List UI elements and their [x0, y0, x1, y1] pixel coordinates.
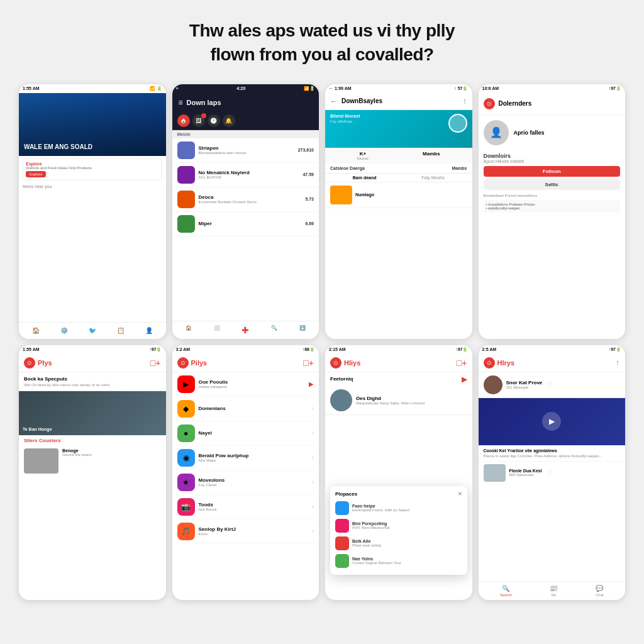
app-icon-5: ⊙ — [24, 357, 35, 369]
app-item-6-6[interactable]: 📸 Toods Sen Boock › — [172, 495, 319, 519]
news-title-8-1: Cooski Kel Yrariioe vile agnnialews — [484, 448, 621, 453]
item-title-4: Miper — [199, 221, 302, 226]
nav-square-2[interactable]: ⬜ — [214, 325, 220, 335]
list-item-3[interactable]: Deoca Ecoramate Bonlake Onused Sarns 5.7… — [172, 187, 319, 212]
section-label: Meicle — [172, 130, 319, 138]
downloirs-desc: Apcol Hlindie Inlelelit — [484, 159, 621, 164]
play-btn-8[interactable]: ▶ — [542, 412, 561, 431]
app-header-7: ⊙ Hliys □+ — [325, 354, 472, 372]
profile-sub: Fay affellings — [330, 119, 445, 123]
tab-home[interactable]: 🏠 — [177, 114, 190, 127]
tab-image[interactable]: 🖼 — [192, 114, 205, 127]
phone-5: 1:55 AM ↑97🔋 ⊙ Plys □+ Bock ka Specputs … — [19, 345, 166, 600]
explore-btn[interactable]: Explore — [26, 171, 46, 177]
app-icon-6: ⊙ — [177, 357, 189, 369]
app-item-6-7[interactable]: 🎵 Senlop By KirtJ Emre › — [172, 519, 319, 544]
phone3-header: ← DownBsayles ⋮ — [325, 93, 472, 110]
phone3-title: DownBsayles — [341, 97, 458, 104]
app-item-6-1[interactable]: ▶ Ooe Pooulis Oxfste Inlcepend ▶ — [172, 372, 319, 397]
settings-button[interactable]: Seltic — [484, 179, 621, 190]
popup-item-2[interactable]: Bini Porepceling PoFl Xlest Inlestcomal — [335, 517, 462, 535]
popup-item-4[interactable]: Nae Yolns Corlact Sogner Befreum Your — [335, 552, 462, 570]
popup-close-icon[interactable]: ✕ — [458, 491, 462, 497]
twitter-nav-icon[interactable]: 🐦 — [88, 326, 97, 335]
app-item-6-2[interactable]: ◆ Domenians › — [172, 397, 319, 421]
status-bar-4: 10:8 AM ↑97🔋 — [479, 84, 626, 93]
phone4-extra: Breakeifaart Pricerit taamelilicns • tro… — [479, 190, 626, 339]
follow-button[interactable]: Folloon — [484, 166, 621, 177]
numlago-item[interactable]: Numlago — [325, 182, 472, 208]
back-arrow-icon[interactable]: ← — [330, 97, 338, 106]
list-nav-icon[interactable]: 📋 — [116, 326, 125, 335]
nav-down-2[interactable]: ⬇️ — [299, 325, 306, 335]
section-profile-8: Snor Kat Prove 101 Mlosnple ♡ — [479, 372, 626, 398]
phone-1: 1:55 AM 📶 🔋 WALE EM ANG SOALD Explore Di… — [19, 84, 166, 339]
add-icon-6[interactable]: □+ — [303, 358, 314, 368]
featured-item-7[interactable]: Oes Dighd Margntelicate Naop Sably. Wile… — [325, 386, 472, 415]
item-title-3: Deoca — [199, 194, 302, 200]
list-item-1[interactable]: Striapen Blondopsdtailna alter cilnces 2… — [172, 138, 319, 163]
item-sub-3: Ecoramate Bonlake Onused Sarns — [199, 200, 302, 204]
more-icon-8[interactable]: ⋮ — [615, 360, 620, 365]
hamburger-icon[interactable]: ≡ — [179, 98, 183, 107]
heart-icon-8[interactable]: ♡ — [546, 380, 553, 389]
profile-name-4: Aprio falles — [514, 130, 621, 136]
avatar-3 — [448, 114, 467, 133]
news-item-8-2[interactable]: Fleole Dua Kesl 960 Narlecoter ♡ — [479, 461, 626, 484]
app-icon-nayel: ● — [177, 425, 195, 442]
bottom-nav-1: 🏠 ⚙️ 🐦 📋 👤 — [19, 322, 166, 339]
news-item-8-1[interactable]: Cooski Kel Yrariioe vile agnnialews Pasn… — [479, 445, 626, 461]
popup-item-3[interactable]: Belk Alle Pliast aeat oaling — [335, 535, 462, 552]
settings-nav-icon[interactable]: ⚙️ — [60, 326, 69, 335]
app-item-6-3[interactable]: ● Nayel › — [172, 421, 319, 446]
app-icon-senlop: 🎵 — [177, 523, 195, 540]
list-item-4[interactable]: Miper 6.69 — [172, 212, 319, 236]
nav-ns-8[interactable]: 📰 Ns — [550, 585, 557, 597]
news-sub-8-1: Pasna In oately ilge Cnmylier. Pnea Adle… — [484, 454, 621, 458]
phones-grid: 1:55 AM 📶 🔋 WALE EM ANG SOALD Explore Di… — [19, 84, 625, 600]
app-item-6-5[interactable]: ★ Moveolons Fay Clanel › — [172, 470, 319, 495]
play-featured-icon[interactable]: ▶ — [462, 375, 467, 384]
page-headline: Thw ales aps wated us vi thy plly flown … — [19, 19, 625, 67]
featured-label: Feetorniq — [330, 376, 353, 382]
featured-title: Oes Dighd — [356, 396, 425, 401]
add-icon-7[interactable]: □+ — [457, 358, 467, 368]
item-price-2: 47.59 — [303, 172, 314, 177]
nav-home-2[interactable]: 🏠 — [186, 325, 192, 335]
tab-alert[interactable]: 🔔 — [223, 114, 235, 127]
profile-name: Bllend Moneel — [330, 114, 445, 118]
chevron-6-6: › — [312, 503, 314, 510]
popup-item-1[interactable]: Faeo heipe Eanthopele Foomi. Adlit an Sp… — [335, 499, 462, 517]
add-icon-5[interactable]: □+ — [150, 358, 161, 368]
news-title-8-2: Fleole Dua Kesl — [509, 469, 542, 473]
app-item-6-4[interactable]: ◉ Berald Pow aurlphup Nhe Waps › — [172, 446, 319, 470]
popup-icon-4 — [335, 554, 349, 568]
bottom-nav-2: 🏠 ⬜ ✚ 🔍 ⬇️ — [172, 321, 319, 339]
nav-plus-2[interactable]: ✚ — [242, 325, 249, 335]
nav-search-2[interactable]: 🔍 — [271, 325, 277, 335]
article-title-5: Bock ka Specputs — [24, 376, 161, 382]
featured-sub: Margntelicate Naop Sably. Wiler Limlcoot — [356, 401, 425, 405]
list-item-2[interactable]: No Menabick Nayterd ACL BLRIYW 47.59 — [172, 163, 319, 187]
more-icon[interactable]: ⋮ — [462, 98, 467, 104]
heart-icon-8-2[interactable]: ♡ — [546, 469, 553, 477]
tab-clock[interactable]: 🕐 — [208, 114, 220, 127]
nav-chat-8[interactable]: 💬 Chat — [596, 585, 604, 597]
app-title-6: Pilys — [191, 359, 208, 367]
popup-places: Plopaces ✕ Faeo heipe Eanthopele Foomi. … — [330, 486, 467, 575]
phone-2: ≡ 4:20 📶🔋 ≡ Down laps 🏠 🖼 🕐 🔔 Meicle Str… — [172, 84, 319, 339]
section-sub-8: 101 Mlosnple — [506, 386, 543, 389]
app-header-5: ⊙ Plys □+ — [19, 354, 166, 372]
phone3-banner: Bllend Moneel Fay affellings — [325, 110, 472, 148]
nav-search-8[interactable]: 🔍 Search — [500, 585, 512, 597]
phone-6: 3:2 AM ↑68🔋 ⊙ Pilys □+ ▶ Ooe Pooulis Oxf… — [172, 345, 319, 600]
item-price-1: 273,610 — [298, 148, 314, 152]
phone4-title: Dolernders — [499, 100, 621, 107]
profile-nav-icon[interactable]: 👤 — [145, 326, 153, 335]
numlago-title: Numlago — [355, 192, 374, 197]
banner-image: WALE EM ANG SOALD — [19, 93, 166, 156]
status-bar-3: ← 1:99 AM ↑ 57🔋 — [325, 84, 472, 93]
phone4-header: ⊙ Dolernders — [479, 93, 626, 115]
status-bar-8: 2:5 AM ↑97🔋 — [479, 345, 626, 354]
home-nav-icon[interactable]: 🏠 — [31, 326, 40, 335]
